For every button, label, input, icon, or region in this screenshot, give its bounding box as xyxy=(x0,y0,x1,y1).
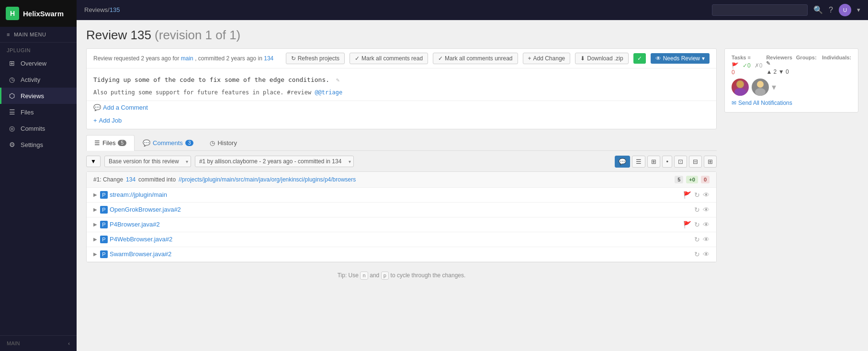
review-info-box: Review requested 2 years ago for main , … xyxy=(86,48,717,129)
refresh-file-icon[interactable]: ↻ xyxy=(694,206,700,214)
file-row[interactable]: ▶ P P4Browser.java#2 🚩 ↻ 👁 xyxy=(87,217,716,232)
triage-link[interactable]: @@triage xyxy=(315,89,342,96)
base-version-select[interactable]: Base version for this review xyxy=(104,156,191,167)
download-icon: ⬇ xyxy=(580,55,585,62)
refresh-file-icon[interactable]: ↻ xyxy=(694,221,700,228)
search-icon[interactable]: 🔍 xyxy=(813,5,823,14)
file-name-link[interactable]: P4Browser.java#2 xyxy=(110,221,683,228)
version-select[interactable]: #1 by allison.clayborne - 2 years ago - … xyxy=(195,156,354,167)
file-type-icon: P xyxy=(100,191,108,199)
help-icon[interactable]: ? xyxy=(829,6,833,14)
tab-comments[interactable]: 💬 Comments 3 xyxy=(135,135,202,150)
groups-label: Groups: xyxy=(796,55,818,60)
dot-view-button[interactable]: • xyxy=(662,156,672,168)
tab-history[interactable]: ◷ History xyxy=(202,135,245,150)
list-view-button[interactable]: ☰ xyxy=(632,156,645,168)
tr-grid: Tasks ≡ 🚩0 ✓0 ✗0 Reviewers xyxy=(732,55,851,76)
expand-icon: ▶ xyxy=(93,251,97,257)
history-tab-icon: ◷ xyxy=(210,139,215,147)
breadcrumb-id[interactable]: 135 xyxy=(110,6,120,13)
eye-file-icon[interactable]: 👁 xyxy=(703,191,710,199)
main-menu-toggle[interactable]: ≡ MAIN MENU xyxy=(0,27,77,43)
add-job-link[interactable]: + Add Job xyxy=(93,117,122,124)
file-name-link[interactable]: OpenGrokBrowser.java#2 xyxy=(110,206,694,213)
reviewer-avatar-1[interactable] xyxy=(732,79,749,96)
review-layout: Review requested 2 years ago for main , … xyxy=(86,48,858,283)
tasks-text: Tasks xyxy=(732,55,746,60)
mark-all-read-button[interactable]: ✓ Mark all comments read xyxy=(349,53,428,64)
expand-icon: ▶ xyxy=(93,222,97,227)
sidebar-collapse-button[interactable]: ‹ xyxy=(68,340,70,346)
sidebar-item-reviews[interactable]: ⬡ Reviews xyxy=(0,88,77,104)
eye-file-icon[interactable]: 👁 xyxy=(703,250,710,258)
approve-button[interactable]: ✓ xyxy=(633,53,646,64)
refresh-file-icon[interactable]: ↻ xyxy=(694,191,700,199)
change-num-link[interactable]: 134 xyxy=(126,176,135,183)
comment-view-button[interactable]: 💬 xyxy=(615,156,630,168)
add-change-button[interactable]: + Add Change xyxy=(523,53,571,64)
sidebar-item-settings[interactable]: ⚙ Settings xyxy=(0,136,77,153)
meta-change-link[interactable]: 134 xyxy=(264,55,273,62)
meta-author-link[interactable]: main xyxy=(181,55,193,62)
send-notifications-link[interactable]: ✉ Send All Notifications xyxy=(732,100,851,106)
sidebar-item-activity[interactable]: ◷ Activity xyxy=(0,71,77,88)
needs-review-button[interactable]: 👁 Needs Review ▾ xyxy=(651,53,710,64)
add-change-label: Add Change xyxy=(533,55,565,62)
refresh-file-icon[interactable]: ↻ xyxy=(694,236,700,243)
eye-file-icon[interactable]: 👁 xyxy=(703,206,710,214)
refresh-projects-button[interactable]: ↻ Refresh projects xyxy=(286,53,345,64)
sidebar-item-label: Reviews xyxy=(21,92,44,100)
sidebar-logo[interactable]: H HelixSwarm xyxy=(0,0,77,27)
diff-view-button[interactable]: ⊞ xyxy=(704,156,717,168)
review-revision: (revision 1 of 1) xyxy=(155,28,240,42)
add-reviewer-icon[interactable]: ▾ xyxy=(772,82,776,92)
approve-icon: ✓ xyxy=(637,55,642,62)
search-input[interactable] xyxy=(712,4,808,16)
edit-description-icon[interactable]: ✎ xyxy=(336,77,339,83)
file-row[interactable]: ▶ P SwarmBrowser.java#2 ↻ 👁 xyxy=(87,247,716,262)
file-name-link[interactable]: P4WebBrowser.java#2 xyxy=(110,236,694,243)
eye-file-icon[interactable]: 👁 xyxy=(703,221,710,228)
file-name-link[interactable]: SwarmBrowser.java#2 xyxy=(110,250,694,258)
review-meta-text: Review requested 2 years ago for main , … xyxy=(93,55,281,62)
tab-files[interactable]: ☰ Files 5 xyxy=(86,135,135,151)
file-row[interactable]: ▶ P OpenGrokBrowser.java#2 ↻ 👁 xyxy=(87,203,716,217)
sidebar-nav: ⊞ Overview ◷ Activity ⬡ Reviews ☰ Files … xyxy=(0,55,77,153)
refresh-file-icon[interactable]: ↻ xyxy=(694,250,700,258)
file-type-icon: P xyxy=(100,206,108,214)
file-row[interactable]: ▶ P stream://jplugin/main 🚩 ↻ 👁 xyxy=(87,188,716,203)
svg-point-4 xyxy=(755,88,766,96)
sidebar-item-files[interactable]: ☰ Files xyxy=(0,104,77,120)
comment-flag-icon[interactable]: 🚩 xyxy=(683,191,691,199)
sidebar-item-commits[interactable]: ◎ Commits xyxy=(0,120,77,136)
file-type-icon: P xyxy=(100,236,108,243)
user-dropdown-icon[interactable]: ▾ xyxy=(857,6,860,13)
grid-view-button[interactable]: ⊞ xyxy=(647,156,660,168)
add-comment-link[interactable]: 💬 Add a Comment xyxy=(93,104,148,111)
eye-file-icon[interactable]: 👁 xyxy=(703,236,710,243)
sidebar-item-overview[interactable]: ⊞ Overview xyxy=(0,55,77,71)
reviewer-avatar-2[interactable] xyxy=(752,79,769,96)
split-view-button[interactable]: ⊡ xyxy=(674,156,687,168)
user-avatar[interactable]: U xyxy=(839,4,851,16)
filter-button[interactable]: ▼ xyxy=(86,156,101,167)
top-bar: Reviews/135 🔍 ? U ▾ xyxy=(77,0,868,20)
file-name-link[interactable]: stream://jplugin/main xyxy=(110,191,683,198)
change-path-link[interactable]: //projects/jplugin/main/src/main/java/or… xyxy=(179,176,356,183)
comments-tab-label: Comments xyxy=(153,139,183,147)
sidebar-item-label: Settings xyxy=(21,141,43,148)
version-select-wrapper: #1 by allison.clayborne - 2 years ago - … xyxy=(195,156,354,167)
download-zip-button[interactable]: ⬇ Download .zip xyxy=(575,53,628,64)
sidebar-item-label: Files xyxy=(21,109,34,116)
activity-icon: ◷ xyxy=(8,76,16,83)
review-subtext: Also putting some support for future fea… xyxy=(87,88,716,101)
download-label: Download .zip xyxy=(587,55,623,62)
tasks-label: Tasks ≡ xyxy=(732,55,762,60)
inline-view-button[interactable]: ⊟ xyxy=(689,156,702,168)
mark-all-unread-button[interactable]: ✓ Mark all comments unread xyxy=(433,53,518,64)
file-row[interactable]: ▶ P P4WebBrowser.java#2 ↻ 👁 xyxy=(87,232,716,247)
comments-badge: 3 xyxy=(185,140,194,146)
edit-reviewers-icon[interactable]: ✎ xyxy=(766,60,770,66)
comment-flag-icon[interactable]: 🚩 xyxy=(683,221,691,228)
key-p: p xyxy=(381,272,389,280)
